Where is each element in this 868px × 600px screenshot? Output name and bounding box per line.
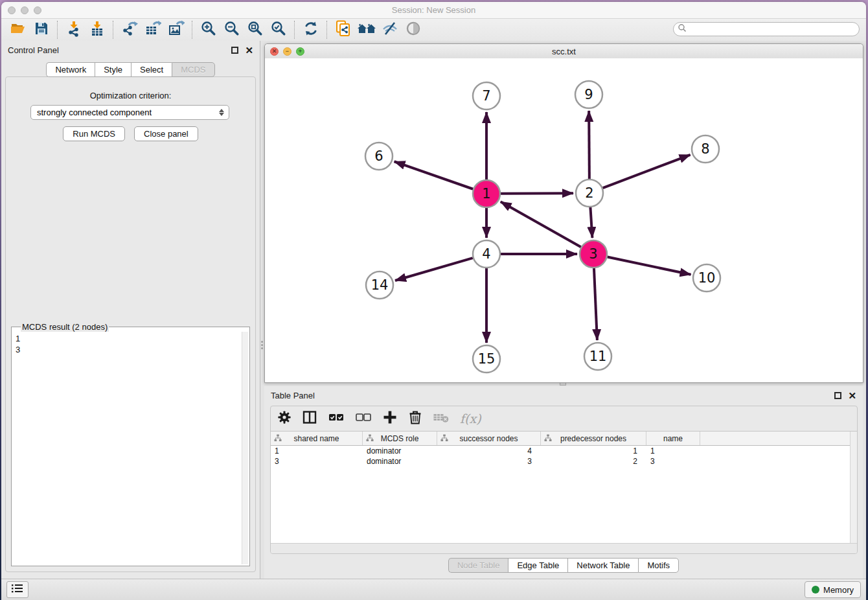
edge-3-10[interactable] xyxy=(608,257,691,275)
export-table-icon xyxy=(144,20,161,40)
cell[interactable]: 1 xyxy=(271,446,363,456)
export-table-button[interactable] xyxy=(141,20,165,40)
eye-slash-icon xyxy=(382,20,398,40)
node-label-3: 3 xyxy=(589,246,597,262)
table-settings-gear-icon[interactable] xyxy=(277,410,291,427)
unselect-all-checkboxes-icon[interactable] xyxy=(355,410,372,428)
close-panel-button[interactable]: Close panel xyxy=(134,126,198,141)
tab-node-table[interactable]: Node Table xyxy=(448,558,508,573)
control-panel-title: Control Panel xyxy=(8,45,231,55)
cell[interactable]: dominator xyxy=(363,446,437,456)
tab-edge-table[interactable]: Edge Table xyxy=(508,558,567,573)
search-icon xyxy=(678,23,687,35)
search-input[interactable] xyxy=(689,24,859,34)
column-header-shared-name[interactable]: shared name xyxy=(271,432,363,445)
memory-button[interactable]: Memory xyxy=(805,581,861,598)
task-history-button[interactable] xyxy=(6,581,29,598)
cell[interactable]: 3 xyxy=(271,456,363,467)
cell[interactable]: 1 xyxy=(646,446,700,456)
edge-2-8[interactable] xyxy=(603,155,691,188)
save-floppy-icon xyxy=(33,20,50,40)
apply-layout-button[interactable] xyxy=(299,20,323,40)
zoom-fit-button[interactable] xyxy=(244,20,267,40)
column-label: predecessor nodes xyxy=(560,434,626,443)
tab-network-table[interactable]: Network Table xyxy=(567,558,638,573)
tab-network[interactable]: Network xyxy=(46,62,95,77)
cell[interactable]: 3 xyxy=(646,456,700,467)
zoom-in-button[interactable] xyxy=(197,20,220,40)
zoom-out-button[interactable] xyxy=(220,20,244,40)
cell[interactable]: 2 xyxy=(541,456,646,467)
mcds-result-textarea[interactable]: 1 3 xyxy=(13,332,248,564)
run-mcds-button[interactable]: Run MCDS xyxy=(63,126,125,141)
edge-4-14[interactable] xyxy=(395,258,473,281)
format-columns-icon[interactable] xyxy=(302,410,317,428)
select-all-checkboxes-icon[interactable] xyxy=(328,410,345,428)
cell[interactable]: 3 xyxy=(437,456,541,467)
import-network-button[interactable] xyxy=(62,20,86,40)
edge-2-3[interactable] xyxy=(590,207,592,238)
edge-1-6[interactable] xyxy=(394,161,474,189)
close-panel-icon[interactable]: ✕ xyxy=(245,47,253,54)
optimization-select[interactable]: strongly connected component xyxy=(30,105,229,120)
network-window-titlebar[interactable]: ✕ − + scc.txt xyxy=(265,44,863,59)
column-header-predecessor-nodes[interactable]: predecessor nodes xyxy=(541,432,646,445)
delete-column-trash-icon[interactable] xyxy=(408,410,422,428)
table-scrollbar[interactable] xyxy=(850,432,857,543)
open-session-button[interactable] xyxy=(6,20,30,40)
import-network-icon xyxy=(65,20,82,40)
clone-network-button[interactable] xyxy=(332,20,355,40)
control-panel: Control Panel ✕ Network Style Select MCD… xyxy=(1,41,260,579)
node-label-11: 11 xyxy=(589,349,607,364)
node-label-7: 7 xyxy=(482,88,490,104)
edge-3-11[interactable] xyxy=(594,268,597,340)
mcds-panel: Optimization criterion: strongly connect… xyxy=(5,76,256,572)
tab-select[interactable]: Select xyxy=(131,62,172,77)
add-column-icon[interactable] xyxy=(382,410,398,428)
node-label-6: 6 xyxy=(374,148,383,164)
float-panel-icon[interactable] xyxy=(231,47,238,54)
node-label-10: 10 xyxy=(698,270,716,286)
column-header-MCDS-role[interactable]: MCDS role xyxy=(363,432,437,445)
column-header-name[interactable]: name xyxy=(646,432,700,445)
cell[interactable]: 4 xyxy=(437,446,541,456)
eye-icon xyxy=(405,20,422,40)
vertical-splitter-handle[interactable] xyxy=(260,338,264,352)
home-button[interactable] xyxy=(355,20,378,40)
hide-selected-button[interactable] xyxy=(378,20,402,40)
node-table: shared nameMCDS rolesuccessor nodesprede… xyxy=(271,431,857,543)
node-label-2: 2 xyxy=(585,185,593,201)
export-network-button[interactable] xyxy=(118,20,141,40)
network-canvas[interactable]: 1234678910111415 xyxy=(265,58,863,382)
export-network-icon xyxy=(121,20,138,40)
export-image-button[interactable] xyxy=(165,20,188,40)
import-table-button[interactable] xyxy=(86,20,109,40)
edge-1-2[interactable] xyxy=(501,193,573,194)
table-row[interactable]: 3dominator323 xyxy=(271,456,857,467)
node-label-9: 9 xyxy=(584,87,593,102)
main-toolbar xyxy=(1,19,866,41)
tab-mcds[interactable]: MCDS xyxy=(172,62,214,77)
zoom-selected-icon xyxy=(270,20,287,40)
column-header-successor-nodes[interactable]: successor nodes xyxy=(437,432,541,445)
zoom-selected-button[interactable] xyxy=(267,20,290,40)
float-table-panel-icon[interactable] xyxy=(834,392,841,399)
tab-motifs[interactable]: Motifs xyxy=(638,558,679,573)
toolbar-separator xyxy=(326,21,328,39)
edge-3-1[interactable] xyxy=(501,202,581,247)
result-scrollbar[interactable] xyxy=(242,332,248,564)
tab-style[interactable]: Style xyxy=(95,62,131,77)
toolbar-separator xyxy=(294,21,295,39)
close-table-panel-icon[interactable]: ✕ xyxy=(848,392,856,399)
table-row[interactable]: 1dominator411 xyxy=(271,446,857,456)
cell[interactable]: dominator xyxy=(363,456,437,467)
edge-2-9[interactable] xyxy=(589,111,589,179)
cell[interactable]: 1 xyxy=(541,446,646,456)
search-field[interactable] xyxy=(673,22,860,36)
save-session-button[interactable] xyxy=(30,20,53,40)
table-bottom-strip xyxy=(271,543,857,553)
export-image-icon xyxy=(168,20,185,40)
delete-table-icon xyxy=(433,410,450,427)
show-all-button[interactable] xyxy=(402,20,425,40)
table-rows: 1dominator4113dominator323 xyxy=(271,446,857,467)
